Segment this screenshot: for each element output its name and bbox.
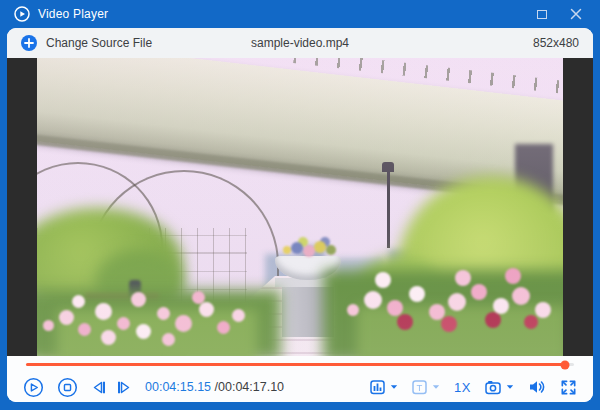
maximize-icon [537,10,547,19]
current-time: 00:04:15.15 [145,380,211,394]
step-forward-button[interactable] [116,380,132,395]
close-icon [570,8,582,20]
time-display: 00:04:15.15 /00:04:17.10 [145,380,284,394]
window-title: Video Player [38,7,108,21]
audio-track-button[interactable] [370,380,398,395]
close-button[interactable] [568,6,584,22]
change-source-button[interactable]: Change Source File [21,35,152,51]
source-toolbar: sample-video.mp4 Change Source File 852x… [7,28,593,58]
duration: 00:04:17.10 [218,380,284,394]
playback-controls-bar: 00:04:15.15 /00:04:17.10 [7,356,593,402]
scene-haze-overlay [37,58,563,356]
volume-button[interactable] [528,379,546,395]
stop-button[interactable] [57,377,78,398]
subtitle-icon: T [412,380,429,395]
step-backward-button[interactable] [91,380,107,395]
snapshot-button[interactable] [485,380,514,395]
volume-icon [528,379,546,395]
svg-text:T: T [417,381,423,392]
play-icon [23,377,44,398]
playback-speed-button[interactable]: 1X [454,380,471,395]
window-controls [534,6,590,22]
progress-knob[interactable] [560,360,569,369]
progress-fill [26,363,565,366]
resolution-label: 852x480 [533,36,579,50]
chevron-down-icon [506,384,514,390]
right-controls: T 1X [370,379,577,396]
fullscreen-button[interactable] [560,379,577,396]
title-bar: Video Player [0,0,600,28]
progress-bar[interactable] [26,363,574,366]
add-source-icon [21,35,37,51]
step-forward-icon [116,380,132,395]
app-play-logo-icon [14,6,30,22]
change-source-label: Change Source File [46,36,152,50]
video-letterbox [7,58,593,356]
play-button[interactable] [23,377,44,398]
audio-track-icon [370,380,387,395]
chevron-down-icon [390,384,398,390]
maximize-button[interactable] [534,6,550,22]
controls-row: 00:04:15.15 /00:04:17.10 [7,372,593,402]
main-panel: sample-video.mp4 Change Source File 852x… [7,28,593,402]
stop-icon [57,377,78,398]
subtitle-button[interactable]: T [412,380,440,395]
step-backward-icon [91,380,107,395]
chevron-down-icon [432,384,440,390]
snapshot-camera-icon [485,380,503,395]
video-display[interactable] [37,58,563,356]
fullscreen-icon [560,379,577,396]
